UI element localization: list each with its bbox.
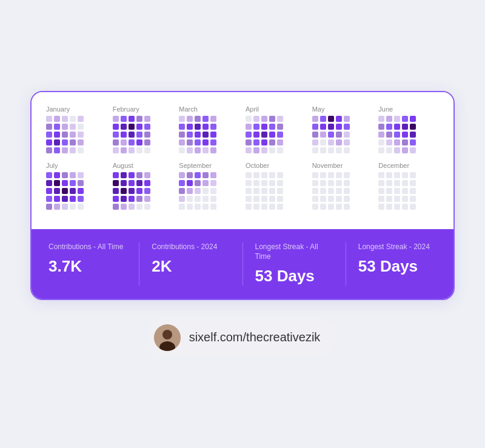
month-march: March — [179, 105, 239, 153]
stat-label-contributions-alltime: Contributions - All Time — [48, 242, 127, 252]
month-january: January — [46, 105, 107, 153]
stat-value-streak-2024: 53 Days — [358, 257, 436, 276]
month-november: November — [312, 162, 373, 210]
stat-contributions-2024: Contributions - 2024 2K — [152, 242, 242, 285]
month-label-dec: December — [378, 162, 409, 169]
dot-grid-dec — [378, 172, 416, 210]
month-label-aug: August — [113, 162, 133, 169]
month-label-may: May — [312, 105, 325, 113]
dot-grid-oct — [246, 172, 283, 210]
dot-grid-mar — [179, 116, 216, 153]
stat-value-streak-alltime: 53 Days — [255, 267, 333, 286]
month-june: June — [378, 105, 439, 153]
month-february: February — [113, 105, 173, 153]
month-december: December — [378, 162, 439, 210]
month-april: April — [246, 105, 306, 153]
stat-label-contributions-2024: Contributions - 2024 — [152, 242, 230, 252]
dot-grid-may — [312, 116, 350, 153]
month-label-oct: October — [246, 162, 269, 169]
dot-grid-aug — [113, 172, 150, 210]
dot-grid-jul — [46, 172, 84, 210]
dot-grid-apr — [246, 116, 283, 153]
months-row2: July August — [46, 162, 439, 210]
stat-value-contributions-2024: 2K — [152, 257, 230, 276]
stat-contributions-alltime: Contributions - All Time 3.7K — [48, 242, 139, 285]
month-october: October — [246, 162, 306, 210]
month-label-jun: June — [378, 105, 393, 113]
stat-label-streak-2024: Longest Streak - 2024 — [358, 242, 436, 252]
avatar — [154, 324, 181, 351]
stat-streak-2024: Longest Streak - 2024 53 Days — [358, 242, 436, 285]
profile-url: sixelf.com/thecreativezik — [189, 330, 321, 344]
stat-value-contributions-alltime: 3.7K — [48, 257, 127, 276]
month-label-apr: April — [246, 105, 259, 113]
stat-label-streak-alltime: Longest Streak - All Time — [255, 242, 333, 261]
month-may: May — [312, 105, 373, 153]
months-row1: January February — [46, 105, 439, 153]
month-label-jul: July — [46, 162, 58, 169]
main-card: January February — [30, 91, 455, 299]
month-label-feb: February — [113, 105, 139, 113]
stats-section: Contributions - All Time 3.7K Contributi… — [32, 229, 453, 298]
dot-grid-nov — [312, 172, 350, 210]
dot-grid-jun — [378, 116, 416, 153]
month-september: September — [179, 162, 239, 210]
month-august: August — [113, 162, 173, 210]
stat-streak-alltime: Longest Streak - All Time 53 Days — [255, 242, 346, 285]
dot-grid-feb — [113, 116, 150, 153]
month-label-nov: November — [312, 162, 343, 169]
month-label-mar: March — [179, 105, 198, 113]
dot-grid-sep — [179, 172, 216, 210]
dot-grid-jan — [46, 116, 84, 153]
calendar-section: January February — [32, 92, 453, 229]
svg-point-1 — [162, 330, 172, 339]
month-july: July — [46, 162, 107, 210]
profile-pill[interactable]: sixelf.com/thecreativezik — [148, 318, 338, 357]
month-label-jan: January — [46, 105, 70, 113]
month-label-sep: September — [179, 162, 212, 169]
